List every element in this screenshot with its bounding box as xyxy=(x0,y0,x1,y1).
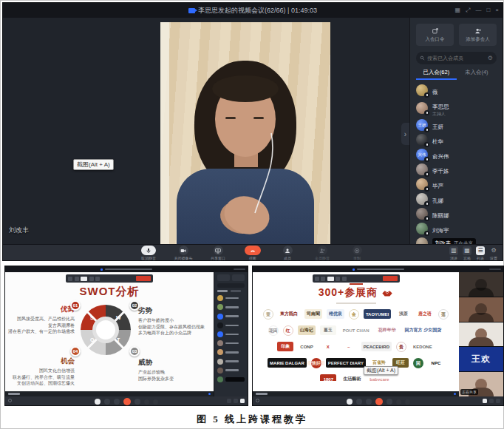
swot-line: 国际形势复杂多变 xyxy=(138,376,212,382)
settings-button[interactable]: ⚙ 设置 xyxy=(489,246,498,260)
toolbar-button-label: 取消静音 xyxy=(141,256,156,260)
participant-tab-0[interactable]: 已入会(62) xyxy=(416,69,457,80)
view-label: 演讲 xyxy=(450,256,457,260)
badge-04: 04 xyxy=(70,346,81,357)
video-thumbnail[interactable]: 王欢 xyxy=(459,347,503,371)
participant-row[interactable]: 孔娜 xyxy=(416,192,497,206)
copy-arrow-icon xyxy=(432,27,439,35)
fullscreen-icon[interactable]: ⤢ xyxy=(466,7,470,13)
ring-letter-o: O xyxy=(90,337,94,342)
mini-titlebar xyxy=(253,266,503,272)
participant-row[interactable]: 杜华 xyxy=(416,132,497,147)
video-stage: 截图(Alt + A) 刘改丰 › xyxy=(3,18,409,244)
participant-row[interactable]: 李思思主持人 xyxy=(416,98,497,118)
mini-speaker-strip xyxy=(5,391,214,396)
toolbar-button-label: 挂断 xyxy=(249,256,256,260)
exhibitor-logo: 回 xyxy=(413,358,423,368)
exhibitor-logo: 柔情好策 xyxy=(311,358,321,368)
exhibitor-logo: X xyxy=(320,342,336,351)
exhibitor-logo: ~ xyxy=(341,342,357,351)
video-thumbnail[interactable] xyxy=(459,272,503,297)
participant-name: 刘海宇 xyxy=(432,227,449,234)
avatar xyxy=(217,304,223,310)
avatar xyxy=(416,237,428,244)
join-code-label: 入会口令 xyxy=(426,36,445,43)
video-thumbnail[interactable] xyxy=(459,322,503,347)
share-control-bar[interactable] xyxy=(313,274,400,283)
avatar xyxy=(217,340,223,346)
avatar xyxy=(416,193,428,205)
avatar xyxy=(416,223,428,234)
add-participant-button[interactable]: 添加参会人 xyxy=(459,24,497,46)
mic-status-icon xyxy=(424,216,429,221)
participant-search[interactable]: ⚙ xyxy=(416,52,497,64)
members-button[interactable]: 成员 xyxy=(275,246,300,260)
mic-button[interactable]: 取消静音 xyxy=(136,246,161,260)
mini-toolbar xyxy=(253,396,503,405)
exhibitor-logo: POUT CHAN xyxy=(341,325,372,335)
video-thumbnail[interactable] xyxy=(459,297,503,322)
view-speaker-icon: ▥ xyxy=(449,246,458,255)
participant-row[interactable]: 刘海宇 xyxy=(416,221,497,236)
hangup-button[interactable]: 挂断 xyxy=(240,246,265,260)
stop-share-button[interactable] xyxy=(136,276,151,281)
badge-02: 02 xyxy=(129,300,140,311)
exhibitor-logo: CONP xyxy=(298,342,315,351)
ring-letter-w: W xyxy=(116,315,121,320)
opportunities-heading: 机会 xyxy=(7,357,75,366)
meeting-window-screenshot: 李思思发起的视频会议(62/66) | 01:49:03 ▦⤢—□× 截图(Al… xyxy=(2,2,503,261)
expo-subtitle-bar xyxy=(336,303,376,304)
join-code-button[interactable]: 入会口令 xyxy=(416,24,454,46)
mini-participant-row xyxy=(217,359,245,365)
participant-row[interactable]: 王妍王妍 xyxy=(416,118,497,132)
person-plus-icon xyxy=(474,27,482,35)
view-speaker-button[interactable]: ▥演讲 xyxy=(449,246,458,260)
close-icon[interactable]: × xyxy=(495,7,499,13)
exhibitor-logo: PERFECT DIARY xyxy=(326,358,366,368)
mini-participant-row xyxy=(217,322,245,328)
participant-row[interactable]: 薇 xyxy=(416,83,497,98)
toolbar-button-label: 关闭摄像头 xyxy=(174,256,193,260)
record-button[interactable]: 录制 xyxy=(344,246,370,260)
exhibitor-logo: 印象 xyxy=(277,342,293,351)
toolbar-button-label: 全员静音 xyxy=(315,256,330,260)
participant-row[interactable]: 李千姝 xyxy=(416,162,497,177)
participant-row[interactable]: 兴伟俞兴伟 xyxy=(416,147,497,162)
panel-collapse-handle[interactable]: › xyxy=(401,123,409,145)
toolbar-buttons: 取消静音关闭摄像头共享窗口挂断成员全员静音录制 xyxy=(3,246,503,260)
share-control-bar[interactable] xyxy=(66,274,153,283)
ring-letter-t: T xyxy=(117,337,120,342)
share-screen-button[interactable]: 共享窗口 xyxy=(205,246,231,260)
view-grid-icon: ▦ xyxy=(463,246,471,255)
participant-row[interactable]: 刘改丰正在共享 xyxy=(416,236,497,244)
minimize-icon[interactable]: — xyxy=(475,7,481,13)
search-input[interactable] xyxy=(427,55,486,61)
avatar xyxy=(416,102,428,114)
exhibitor-logo: 浅茶 xyxy=(395,309,412,319)
swot-weaknesses: 劣势 客户群年龄跨度小创新能力受限、存在跟风模仿现象多为电商平台上的小众品牌 xyxy=(138,306,214,337)
sharing-badge: 刘改丰正在共享 xyxy=(432,238,476,244)
view-list-button[interactable]: ☰列表 xyxy=(476,246,485,260)
participant-row[interactable]: 毕严 xyxy=(416,177,497,192)
mute-all-button[interactable]: 全员静音 xyxy=(310,246,335,260)
mini-participant-row xyxy=(217,340,245,346)
maximize-icon[interactable]: □ xyxy=(486,7,490,13)
avatar xyxy=(416,134,428,146)
exhibitor-logo: 红 xyxy=(283,325,293,336)
toolbar-view-switch: ▥演讲▦宫格☰列表 ⚙ 设置 xyxy=(449,246,498,260)
exhibitor-logo: 贵 xyxy=(396,342,406,352)
participant-tab-1[interactable]: 未入会(4) xyxy=(457,69,497,80)
participant-row[interactable]: 陈丽娜 xyxy=(416,206,497,221)
stop-share-button[interactable] xyxy=(383,276,398,281)
search-settings-icon[interactable]: ⚙ xyxy=(488,55,493,61)
mini-titlebar xyxy=(5,266,248,272)
layout-icon[interactable]: ▦ xyxy=(455,7,461,13)
exhibitor-logo: 東方既白 xyxy=(278,309,300,319)
view-grid-button[interactable]: ▦宫格 xyxy=(463,246,471,260)
mini-participant-row xyxy=(217,314,245,320)
settings-label: 设置 xyxy=(490,256,497,260)
video-thumbnail[interactable]: 正在共享 xyxy=(459,372,503,396)
swot-line: 复古风潮席卷 xyxy=(5,322,75,329)
camera-button[interactable]: 关闭摄像头 xyxy=(171,246,196,260)
exhibitor-logo: NPC xyxy=(428,358,444,368)
